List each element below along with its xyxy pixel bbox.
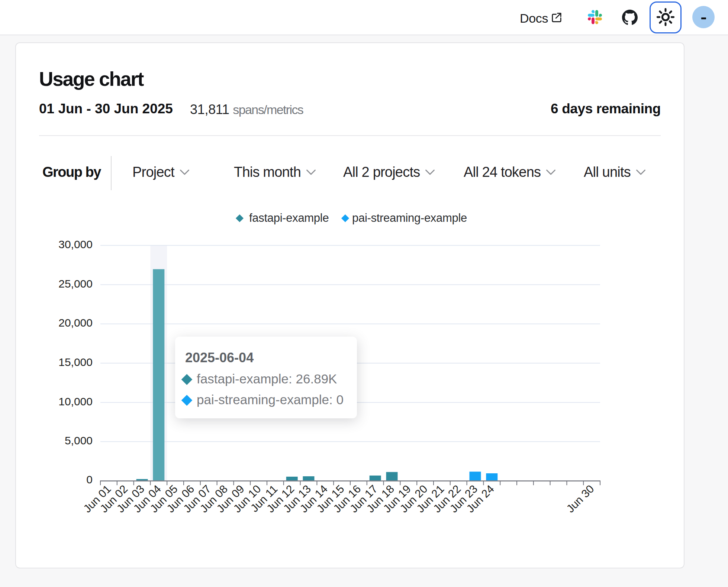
svg-text:Jun 30: Jun 30 [564,483,596,515]
svg-text:15,000: 15,000 [58,356,93,368]
svg-text:0: 0 [86,473,93,486]
svg-text:30,000: 30,000 [58,238,93,250]
svg-text:10,000: 10,000 [58,395,93,408]
svg-text:25,000: 25,000 [58,278,93,290]
svg-text:20,000: 20,000 [58,317,93,329]
svg-text:5,000: 5,000 [65,434,93,447]
